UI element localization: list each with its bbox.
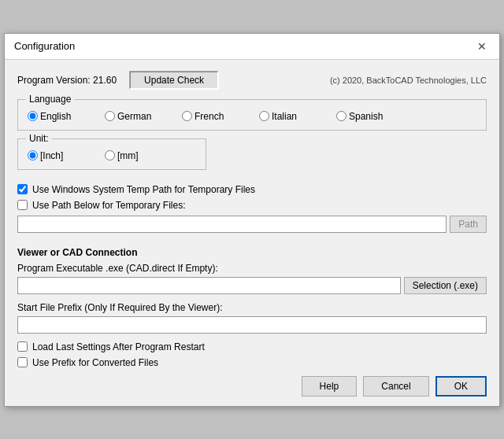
unit-option-mm: [mm] (105, 150, 176, 161)
prefix-input[interactable] (17, 316, 487, 334)
path-row: Path (17, 216, 487, 233)
unit-group-label: Unit: (26, 133, 52, 144)
version-row: Program Version: 21.60 Update Check (c) … (17, 71, 487, 90)
language-radio-german[interactable] (105, 111, 115, 121)
language-label-english[interactable]: English (40, 111, 71, 122)
selection-exe-button[interactable]: Selection (.exe) (404, 277, 487, 294)
unit-radio-mm[interactable] (105, 150, 115, 160)
help-button[interactable]: Help (302, 376, 358, 397)
dialog-content: Program Version: 21.60 Update Check (c) … (5, 60, 499, 406)
unit-radio-inch[interactable] (28, 150, 38, 160)
language-radio-spanish[interactable] (336, 111, 346, 121)
unit-group: Unit: [Inch] [mm] (17, 138, 206, 170)
bottom-checkboxes: Load Last Settings After Program Restart… (17, 341, 487, 368)
ok-button[interactable]: OK (435, 376, 487, 397)
load-last-settings-checkbox[interactable] (17, 341, 28, 352)
language-label-french[interactable]: French (195, 111, 224, 122)
use-path-below-checkbox[interactable] (17, 200, 28, 210)
exe-row: Selection (.exe) (17, 277, 487, 294)
use-path-below-label[interactable]: Use Path Below for Temporary Files: (32, 200, 186, 211)
load-last-settings-row: Load Last Settings After Program Restart (17, 341, 487, 352)
language-label-italian[interactable]: Italian (272, 111, 297, 122)
spacer1 (17, 178, 487, 184)
language-label-german[interactable]: German (117, 111, 151, 122)
language-group: Language English German French (17, 99, 487, 131)
unit-label-inch[interactable]: [Inch] (40, 150, 63, 161)
use-windows-temp-label[interactable]: Use Windows System Temp Path for Tempora… (32, 184, 255, 195)
use-path-below-row: Use Path Below for Temporary Files: (17, 200, 487, 211)
language-options: English German French Italian (28, 108, 476, 122)
use-prefix-row: Use Prefix for Converted Files (17, 357, 487, 368)
language-option-french: French (182, 111, 253, 122)
use-prefix-checkbox[interactable] (17, 357, 28, 367)
language-radio-french[interactable] (182, 111, 192, 121)
exe-input[interactable] (17, 277, 401, 294)
unit-radio-row: [Inch] [mm] (28, 150, 196, 161)
language-radio-italian[interactable] (259, 111, 269, 121)
cancel-button[interactable]: Cancel (363, 376, 428, 397)
use-windows-temp-row: Use Windows System Temp Path for Tempora… (17, 184, 487, 195)
dialog-title: Configuration (14, 40, 75, 52)
unit-label-mm[interactable]: [mm] (117, 150, 139, 161)
language-option-italian: Italian (259, 111, 330, 122)
language-radio-row: English German French Italian (28, 111, 476, 122)
language-option-english: English (28, 111, 98, 122)
use-windows-temp-checkbox[interactable] (17, 184, 28, 194)
title-bar: Configuration ✕ (5, 34, 499, 60)
path-input[interactable] (17, 216, 447, 233)
path-button[interactable]: Path (450, 216, 487, 233)
language-option-spanish: Spanish (336, 111, 407, 122)
unit-option-inch: [Inch] (28, 150, 98, 161)
viewer-section-title: Viewer or CAD Connection (17, 247, 487, 258)
configuration-dialog: Configuration ✕ Program Version: 21.60 U… (4, 33, 500, 407)
update-check-button[interactable]: Update Check (129, 71, 219, 90)
spacer2 (17, 238, 487, 244)
unit-options: [Inch] [mm] (28, 147, 196, 161)
copyright-text: (c) 2020, BackToCAD Technologies, LLC (330, 76, 487, 85)
language-option-german: German (105, 111, 176, 122)
exe-label: Program Executable .exe (CAD.direct If E… (17, 263, 487, 274)
close-button[interactable]: ✕ (474, 40, 490, 53)
use-prefix-label[interactable]: Use Prefix for Converted Files (32, 357, 158, 368)
bottom-buttons: Help Cancel OK (17, 376, 487, 397)
version-text: Program Version: 21.60 (17, 75, 117, 86)
prefix-label: Start File Prefix (Only If Required By t… (17, 302, 487, 313)
load-last-settings-label[interactable]: Load Last Settings After Program Restart (32, 341, 205, 352)
language-group-label: Language (26, 94, 74, 105)
language-label-spanish[interactable]: Spanish (349, 111, 383, 122)
language-radio-english[interactable] (28, 111, 38, 121)
